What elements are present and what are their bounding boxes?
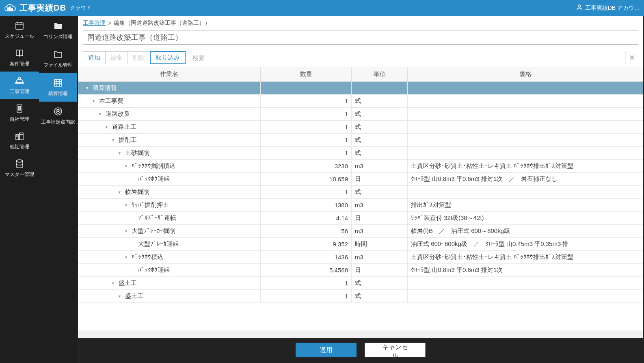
table-icon: [53, 78, 63, 88]
cell-unit: m3: [352, 199, 408, 211]
row-name: 本工事費: [99, 97, 123, 105]
cell-unit: 日: [352, 173, 408, 185]
cell-name: ﾊﾞｯｸﾎｳ積込: [78, 251, 261, 263]
sidebar-item-1[interactable]: 案件管理: [0, 44, 39, 72]
cell-name: 盛土工: [78, 290, 261, 302]
col-header-name[interactable]: 作業名: [78, 67, 261, 81]
edit-button[interactable]: 編集: [105, 51, 128, 64]
subsidebar-item-label: コリンズ情報: [43, 33, 73, 40]
city-icon: [15, 131, 24, 141]
row-name: ﾊﾞｯｸﾎｳ積込: [132, 253, 163, 261]
col-header-spec[interactable]: 規格: [408, 67, 643, 81]
tree-toggle-icon[interactable]: [125, 203, 129, 207]
cell-spec: [408, 121, 643, 133]
col-header-qty[interactable]: 数量: [261, 67, 352, 81]
subsidebar-item-3[interactable]: 工事評定点内訳: [39, 102, 77, 130]
account-menu[interactable]: 工事実績DB アカウ…: [576, 4, 640, 12]
subsidebar-item-1[interactable]: ファイル管理: [39, 45, 77, 73]
tree-toggle-icon[interactable]: [112, 138, 116, 142]
table-row[interactable]: 掘削工1式: [78, 134, 643, 147]
table-row[interactable]: ﾌﾞﾙﾄﾞｰｻﾞ運転4.14日ﾘｯﾊﾟ装置付 32t級(38～42t): [78, 212, 643, 225]
table-row[interactable]: 大型ﾌﾞﾚｰｶ運転9.352時間油圧式 600~800kg級 ／ ｸﾛｰﾗ型 山…: [78, 238, 643, 251]
tree-toggle-icon[interactable]: [119, 190, 123, 194]
cell-qty: 1: [261, 121, 352, 133]
sidebar-item-4[interactable]: 他社管理: [0, 127, 39, 154]
cell-name: 積算情報: [78, 82, 261, 94]
tree-toggle-icon[interactable]: [93, 99, 97, 103]
tree-toggle-icon[interactable]: [106, 125, 110, 129]
cell-unit: 式: [352, 290, 408, 302]
table-row[interactable]: 盛土工1式: [78, 290, 643, 303]
subsidebar-item-2[interactable]: 積算情報: [39, 73, 77, 102]
add-button[interactable]: 追加: [83, 51, 106, 64]
cell-qty: 1436: [261, 251, 352, 263]
col-header-unit[interactable]: 単位: [352, 67, 408, 81]
cell-unit: m3: [352, 225, 408, 237]
tree-toggle-icon[interactable]: [125, 229, 129, 233]
folder-icon: [53, 50, 63, 59]
hardhat-icon: [15, 76, 24, 86]
table-row[interactable]: 土砂掘削1式: [78, 147, 643, 160]
table-row[interactable]: 本工事費1式: [78, 95, 643, 108]
apply-button[interactable]: 適用: [296, 343, 357, 357]
cell-unit: 式: [352, 186, 408, 198]
table-row[interactable]: 軟岩掘削1式: [78, 186, 643, 199]
delete-button[interactable]: 削除: [128, 51, 150, 64]
table-row[interactable]: ﾊﾞｯｸﾎｳ掘削積込3230m3土質区分砂･砂質土･粘性土･レキ質土 ﾊﾞｯｸﾎ…: [78, 160, 643, 173]
table-row[interactable]: 大型ﾌﾞﾚｰｶｰ掘削56m3軟岩(Ⅰ)B ／ 油圧式 600～800kg級: [78, 225, 643, 238]
sidebar-item-5[interactable]: マスター管理: [0, 154, 39, 182]
project-title-input[interactable]: [83, 30, 638, 45]
books-icon: [15, 48, 24, 58]
cell-unit: 式: [352, 134, 408, 146]
cell-qty: 1: [261, 134, 352, 146]
horizontal-scrollbar[interactable]: [78, 330, 643, 338]
tree-toggle-icon[interactable]: [99, 112, 103, 116]
data-grid: 作業名 数量 単位 規格 積算情報本工事費1式道路改良1式道路土工1式掘削工1式…: [78, 67, 643, 338]
table-row[interactable]: ﾊﾞｯｸﾎｳ運転10.659日ｸﾛｰﾗ型 山0.8m3 平0.6m3 排対1次 …: [78, 173, 643, 186]
sidebar-item-2[interactable]: 工事管理: [0, 72, 39, 99]
svg-rect-13: [18, 109, 19, 110]
table-row[interactable]: 積算情報: [78, 82, 643, 95]
sidebar-item-label: スケジュール: [5, 33, 34, 40]
svg-rect-8: [17, 105, 22, 112]
grid-body[interactable]: 積算情報本工事費1式道路改良1式道路土工1式掘削工1式土砂掘削1式ﾊﾞｯｸﾎｳ掘…: [78, 82, 643, 330]
table-row[interactable]: ﾊﾞｯｸﾎｳ積込1436m3土質区分砂･砂質土･粘性土･レキ質土 ﾊﾞｯｸﾎｳ排…: [78, 251, 643, 264]
sidebar-item-0[interactable]: スケジュール: [0, 16, 39, 44]
tree-toggle-icon[interactable]: [112, 281, 116, 285]
cell-unit: 日: [352, 212, 408, 224]
svg-rect-17: [17, 136, 17, 137]
content-area: 工事管理 > 編集（国道道路改築工事（道路工）） 追加 編集 削除 取り込み ✕…: [77, 16, 644, 363]
subsidebar-item-0[interactable]: コリンズ情報: [39, 16, 77, 45]
tree-toggle-icon[interactable]: [119, 294, 123, 298]
cell-spec: ｸﾛｰﾗ型 山0.8m3 平0.6m3 排対1次 ／ 岩石補正なし: [408, 173, 643, 185]
table-row[interactable]: ﾘｯﾊﾟ掘削押土1380m3排出ｶﾞｽ対策型: [78, 199, 643, 212]
sidebar-item-label: 自社管理: [10, 116, 29, 123]
cell-name: 道路土工: [78, 121, 261, 133]
sidebar-item-label: 工事管理: [10, 88, 29, 95]
table-row[interactable]: 道路改良1式: [78, 108, 643, 121]
import-button[interactable]: 取り込み: [150, 51, 186, 64]
tree-toggle-icon[interactable]: [125, 164, 129, 168]
svg-rect-4: [16, 23, 23, 29]
row-name: 掘削工: [119, 136, 137, 144]
table-row[interactable]: ﾊﾞｯｸﾎｳ運転5.4568日ｸﾛｰﾗ型 山0.8m3 平0.6m3 排対1次: [78, 264, 643, 277]
cell-spec: [408, 147, 643, 159]
tree-toggle-icon[interactable]: [119, 151, 123, 155]
cell-spec: [408, 95, 643, 107]
cell-qty: 9.352: [261, 238, 352, 250]
search-input[interactable]: [189, 51, 625, 64]
app-subtitle: クラウド: [70, 4, 91, 11]
tree-toggle-icon[interactable]: [86, 86, 90, 90]
cancel-button[interactable]: キャンセル: [365, 343, 426, 357]
row-name: ﾊﾞｯｸﾎｳ運転: [138, 266, 170, 274]
svg-rect-2: [11, 9, 13, 11]
table-row[interactable]: 盛土工1式: [78, 277, 643, 290]
cell-name: 道路改良: [78, 108, 261, 120]
table-row[interactable]: 道路土工1式: [78, 121, 643, 134]
sidebar-item-label: 他社管理: [10, 143, 29, 150]
sidebar-item-3[interactable]: 自社管理: [0, 99, 39, 127]
tree-toggle-icon[interactable]: [125, 255, 129, 259]
breadcrumb-link[interactable]: 工事管理: [83, 20, 106, 27]
search-clear-button[interactable]: ✕: [625, 51, 638, 64]
svg-rect-15: [16, 135, 19, 140]
